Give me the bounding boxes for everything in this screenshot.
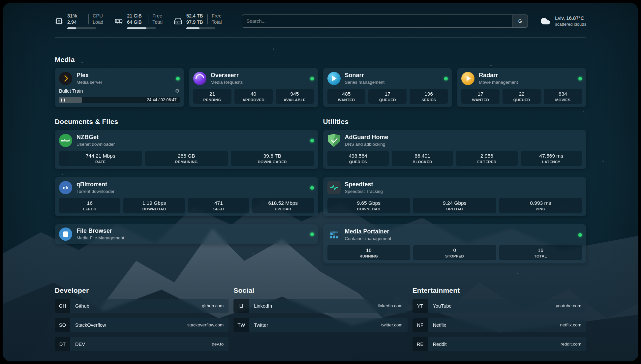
stat-total: 16 TOTAL [499,245,582,260]
top-bar: 31% 2.94 CPU Load [55,3,586,31]
service-card-radarr[interactable]: Radarr Movie management 17 WANTED 22 QUE… [457,68,586,107]
divider [148,14,148,24]
bookmark-row-github[interactable]: GH Github github.com [55,299,229,313]
bookmark-abbr: YT [412,299,428,313]
cpu-usage-label: CPU [93,13,103,19]
disk-free-value: 52.4 TB [186,13,203,19]
bookmark-url: dev.to [212,342,224,347]
status-dot [578,233,582,237]
divider [88,14,89,24]
stat-upload: 618.52 Mbps UPLOAD [252,198,314,213]
stat-available: 945 AVAILABLE [276,89,314,104]
service-subtitle: Usenet downloader [76,142,115,147]
stat-queries: 498,564 QUERIES [327,151,389,166]
stat-upload: 9.24 Gbps UPLOAD [413,198,496,213]
service-name: File Browser [76,227,124,235]
filebrowser-icon [59,228,72,241]
bookmark-url: netflix.com [560,322,581,327]
stat-downloaded: 39.6 TB DOWNLOADED [231,151,314,166]
stat-download: 9.65 Gbps DOWNLOAD [327,198,411,213]
status-dot [310,77,314,80]
bookmark-url: youtube.com [556,303,581,308]
bookmark-row-netflix[interactable]: NF Netflix netflix.com [412,318,586,332]
stat-seed: 471 SEED [188,198,249,213]
status-dot [310,139,314,142]
status-dot [310,186,314,190]
disk-total-value: 97.9 TB [186,19,203,25]
pause-button[interactable] [61,99,65,102]
bookmark-row-stackoverflow[interactable]: SO StackOverflow stackoverflow.com [55,318,229,332]
service-card-speedtest[interactable]: Speedtest Speedtest Tracking 9.65 Gbps D… [323,177,587,216]
bookmark-row-twitter[interactable]: TW Twitter twitter.com [233,318,407,332]
bookmark-url: github.com [202,303,224,308]
disk-total-label: Total [212,19,222,25]
service-subtitle: Movie management [479,80,518,85]
stat-stopped: 0 STOPPED [413,245,496,260]
service-name: NZBGet [76,134,115,141]
qbittorrent-icon: qb [59,181,72,194]
bookmark-name: LinkedIn [254,303,272,309]
bookmark-name: Reddit [433,342,447,347]
service-subtitle: Torrent downloader [76,189,115,195]
memory-total-value: 64 GiB [127,19,144,25]
service-card-filebrowser[interactable]: File Browser Media File Management [55,224,318,244]
bookmark-url: linkedin.com [378,303,403,308]
cpu-load-value: 2.94 [67,19,84,25]
stat-remaining: 266 GB REMAINING [145,151,228,166]
service-card-plex[interactable]: Plex Media server Bullet Train ⚙ 24:44 /… [55,68,184,107]
service-card-nzbget[interactable]: nzbget NZBGet Usenet downloader 744.21 M… [55,130,318,169]
search-provider-button[interactable]: G [512,15,528,27]
bookmark-row-youtube[interactable]: YT YouTube youtube.com [412,299,586,313]
cpu-icon [55,17,63,25]
bookmark-row-linkedin[interactable]: LI LinkedIn linkedin.com [233,299,407,313]
service-name: Overseerr [211,72,243,79]
playback-time: 24:44 / 02:06:47 [147,98,176,102]
header-divider [55,38,586,38]
speedtest-icon [327,181,341,194]
bookmark-name: DEV [75,342,85,347]
service-subtitle: Media File Management [76,235,124,241]
stat-filtered: 2,956 FILTERED [456,151,517,166]
service-card-overseerr[interactable]: Overseerr Media Requests 21 PENDING 40 A… [189,68,318,107]
gear-icon[interactable]: ⚙ [175,88,179,94]
service-subtitle: DNS and adblocking [345,142,388,147]
divider [207,14,208,24]
bookmark-url: stackoverflow.com [187,322,224,327]
section-title-social: Social [233,287,407,294]
bookmark-url: twitter.com [381,322,403,327]
service-name: Radarr [479,72,518,79]
service-card-qbittorrent[interactable]: qb qBittorrent Torrent downloader 16 LEE… [55,177,318,216]
cpu-progress-bar [67,27,96,29]
memory-icon [114,17,123,25]
stat-rate: 744.21 Mbps RATE [59,151,142,166]
bookmark-row-reddit[interactable]: RE Reddit reddit.com [412,337,586,351]
bookmark-row-dev[interactable]: DT DEV dev.to [55,337,229,351]
plex-icon [59,72,72,85]
service-name: AdGuard Home [345,134,388,141]
status-dot [310,232,314,236]
search-input[interactable] [242,15,512,27]
radarr-icon [461,72,474,85]
service-name: Sonarr [345,72,385,79]
service-card-sonarr[interactable]: Sonarr Series management 485 WANTED 17 Q… [323,68,452,107]
sonarr-icon [327,72,341,85]
memory-free-value: 21 GiB [127,13,144,19]
service-card-adguard[interactable]: AdGuard Home DNS and adblocking 498,564 … [323,130,587,169]
bookmark-name: StackOverflow [75,322,106,328]
search-bar: G [242,15,528,28]
service-card-portainer[interactable]: Media Portainer Container management 16 … [323,224,587,263]
service-name: qBittorrent [76,181,115,188]
cloud-icon [540,15,551,27]
playback-bar[interactable]: 24:44 / 02:06:47 [59,97,180,103]
status-dot [176,77,180,80]
bookmark-abbr: LI [233,299,249,313]
service-subtitle: Media server [76,80,102,85]
stat-leech: 16 LEECH [59,198,120,213]
disk-progress-bar [186,27,215,29]
memory-widget: 21 GiB 64 GiB Free Total [114,13,163,29]
service-name: Speedtest [345,181,383,188]
disk-free-label: Free [212,13,222,19]
service-subtitle: Container management [345,236,391,242]
adguard-icon [327,134,341,147]
stat-queued: 22 QUEUED [503,89,541,104]
